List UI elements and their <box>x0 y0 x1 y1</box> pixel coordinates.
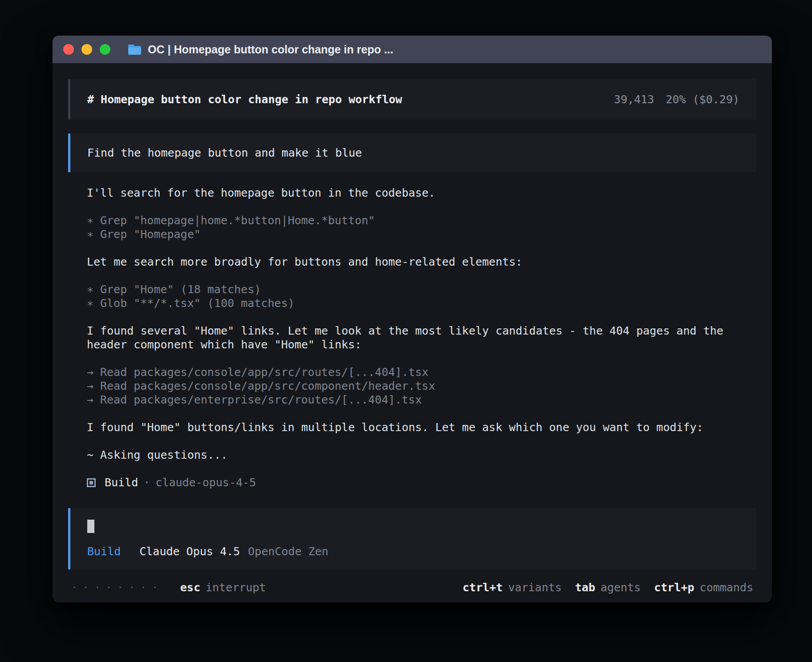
agent-name: Build <box>105 476 138 489</box>
folder-icon <box>127 44 142 56</box>
mode-label[interactable]: Build <box>87 545 121 558</box>
conversation: I'll search for the homepage button in t… <box>87 186 756 489</box>
keyboard-hint: tab agents <box>575 581 641 594</box>
close-button[interactable] <box>63 44 74 55</box>
user-message-text: Find the homepage button and make it blu… <box>87 146 362 159</box>
agents-hint-label: agents <box>601 581 641 594</box>
spinner-dots: ········ <box>71 581 163 594</box>
ctrl-t-key-hint: ctrl+t <box>463 581 503 594</box>
status-bar: ········ esc interrupt ctrl+t variants t… <box>71 581 753 594</box>
esc-hint-label: interrupt <box>206 581 266 594</box>
arrow-right-icon: → <box>87 365 100 379</box>
keyboard-hint: ctrl+p commands <box>654 581 753 594</box>
tool-call-grep: ∗ Grep "Home" (18 matches) <box>87 283 756 296</box>
text-cursor <box>87 520 94 533</box>
tool-call-read: → Read packages/enterprise/src/routes/[.… <box>87 393 756 407</box>
keyboard-hint: ctrl+t variants <box>463 581 562 594</box>
ctrl-p-key-hint: ctrl+p <box>654 581 694 594</box>
token-count: 39,413 <box>614 93 654 106</box>
status-bar-right: ctrl+t variants tab agents ctrl+p comman… <box>449 581 753 594</box>
separator-dot: · <box>143 476 150 489</box>
agent-task-line: Build · claude-opus-4-5 <box>87 476 756 489</box>
tool-call-text: Grep "homepage|home.*button|Home.*button… <box>100 214 375 227</box>
tool-call-text: Grep "Home" (18 matches) <box>100 283 261 296</box>
session-header: # Homepage button color change in repo w… <box>68 79 756 120</box>
app-window: OC | Homepage button color change in rep… <box>53 36 772 602</box>
minimize-button[interactable] <box>81 44 92 55</box>
provider-name: OpenCode Zen <box>248 545 329 558</box>
tool-call-grep: ∗ Grep "Homepage" <box>87 227 756 241</box>
context-cost: 20% ($0.29) <box>666 93 739 106</box>
commands-hint-label: commands <box>700 581 753 594</box>
session-title: # Homepage button color change in repo w… <box>87 93 402 106</box>
tool-call-text: Grep "Homepage" <box>100 227 201 241</box>
status-bar-left: ········ esc interrupt <box>71 581 266 594</box>
traffic-lights <box>63 44 110 55</box>
model-status-line: Build Claude Opus 4.5 OpenCode Zen <box>87 545 739 558</box>
titlebar[interactable]: OC | Homepage button color change in rep… <box>53 36 772 63</box>
tool-call-text: Read packages/console/app/src/component/… <box>100 379 435 393</box>
assistant-message: I'll search for the homepage button in t… <box>87 186 756 200</box>
assistant-message: Let me search more broadly for buttons a… <box>87 255 756 269</box>
asterisk-icon: ∗ <box>87 296 100 310</box>
tool-call-text: Read packages/enterprise/src/routes/[...… <box>100 393 422 407</box>
tab-key-hint: tab <box>575 581 595 594</box>
asterisk-icon: ∗ <box>87 283 100 296</box>
tool-call-glob: ∗ Glob "**/*.tsx" (100 matches) <box>87 296 756 310</box>
terminal-body: # Homepage button color change in repo w… <box>53 63 772 602</box>
asterisk-icon: ∗ <box>87 214 100 227</box>
model-name: Claude Opus 4.5 <box>139 545 240 558</box>
agent-model: claude-opus-4-5 <box>155 476 256 489</box>
assistant-message: I found several "Home" links. Let me loo… <box>87 324 756 351</box>
tool-call-group: ∗ Grep "homepage|home.*button|Home.*butt… <box>87 214 756 241</box>
session-stats: 39,413 20% ($0.29) <box>614 93 739 106</box>
asterisk-icon: ∗ <box>87 227 100 241</box>
esc-key-hint: esc <box>180 581 200 594</box>
status-line: ~ Asking questions... <box>87 448 756 462</box>
tool-call-group: → Read packages/console/app/src/routes/[… <box>87 365 756 407</box>
tool-call-read: → Read packages/console/app/src/componen… <box>87 379 756 393</box>
tool-call-text: Glob "**/*.tsx" (100 matches) <box>100 296 295 310</box>
arrow-right-icon: → <box>87 393 100 407</box>
arrow-right-icon: → <box>87 379 100 393</box>
tool-call-text: Read packages/console/app/src/routes/[..… <box>100 365 429 379</box>
variants-hint-label: variants <box>508 581 561 594</box>
zoom-button[interactable] <box>100 44 110 55</box>
tool-call-group: ∗ Grep "Home" (18 matches) ∗ Glob "**/*.… <box>87 283 756 310</box>
agent-square-icon <box>87 478 96 487</box>
prompt-input[interactable]: Build Claude Opus 4.5 OpenCode Zen <box>68 508 756 569</box>
window-title: OC | Homepage button color change in rep… <box>148 43 393 56</box>
tool-call-read: → Read packages/console/app/src/routes/[… <box>87 365 756 379</box>
assistant-message: I found "Home" buttons/links in multiple… <box>87 420 756 434</box>
user-message: Find the homepage button and make it blu… <box>68 133 756 172</box>
tool-call-grep: ∗ Grep "homepage|home.*button|Home.*butt… <box>87 214 756 227</box>
